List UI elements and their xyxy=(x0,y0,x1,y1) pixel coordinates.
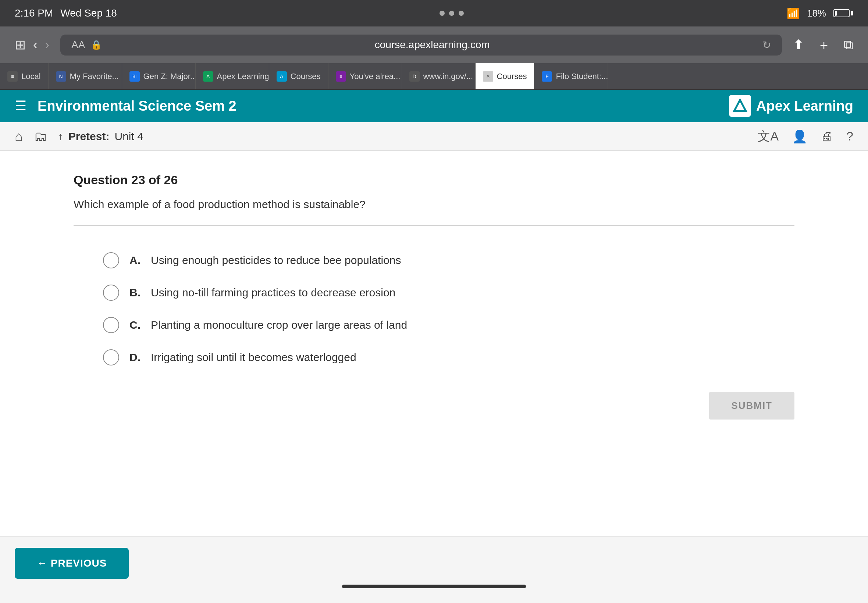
tab-apex-favicon: A xyxy=(203,71,214,82)
tab-genz[interactable]: BI Gen Z: Major... xyxy=(122,63,196,89)
new-tab-icon[interactable]: ＋ xyxy=(817,36,831,54)
option-d-text: Irrigating soil until it becomes waterlo… xyxy=(151,351,356,363)
browser-chrome: ⊞ ‹ › AA 🔒 course.apexlearning.com ↻ ⬆ ＋… xyxy=(0,26,868,63)
share-icon[interactable]: ⬆ xyxy=(793,37,804,53)
pretest-label: Pretest: xyxy=(68,130,110,143)
briefcase-icon[interactable]: 🗂 xyxy=(34,129,47,144)
forward-button[interactable]: › xyxy=(45,37,49,53)
battery-icon xyxy=(834,9,853,17)
options-container: A. Using enough pesticides to reduce bee… xyxy=(74,244,794,374)
tab-filo-favicon: F xyxy=(542,71,552,82)
back-button[interactable]: ‹ xyxy=(33,37,37,53)
home-icon[interactable]: ⌂ xyxy=(15,129,23,144)
tab-local-favicon: ≡ xyxy=(7,71,18,82)
option-a-letter: A. xyxy=(130,254,141,267)
tab-filo-label: Filo Student:... xyxy=(556,72,608,81)
apex-logo: Apex Learning xyxy=(729,95,853,117)
status-bar: 2:16 PM Wed Sep 18 📶 18% xyxy=(0,0,868,26)
tab-genz-favicon: BI xyxy=(130,71,140,82)
radio-a[interactable] xyxy=(103,252,119,268)
submit-area: SUBMIT xyxy=(74,392,794,419)
tab-courses2[interactable]: ✕ Courses xyxy=(475,63,535,89)
option-d[interactable]: D. Irrigating soil until it becomes wate… xyxy=(103,341,765,374)
tab-youve-favicon: ≡ xyxy=(336,71,346,82)
tab-youve-label: You've alrea... xyxy=(350,72,401,81)
tab-courses-label: Courses xyxy=(291,72,321,81)
option-b-letter: B. xyxy=(130,286,141,299)
tab-apex-label: Apex Learning xyxy=(217,72,269,81)
option-c-letter: C. xyxy=(130,319,141,331)
tab-local-label: Local xyxy=(21,72,41,81)
toolbar-right: 文A 👤 🖨 ? xyxy=(758,128,853,145)
app-header-left: ☰ Environmental Science Sem 2 xyxy=(15,98,237,114)
help-icon[interactable]: ? xyxy=(846,129,853,144)
toolbar: ⌂ 🗂 ↑ Pretest: Unit 4 文A 👤 🖨 ? xyxy=(0,122,868,151)
radio-c[interactable] xyxy=(103,317,119,333)
option-c-text: Planting a monoculture crop over large a… xyxy=(151,319,407,331)
tab-genz-label: Gen Z: Major... xyxy=(144,72,196,81)
tab-favorites[interactable]: N My Favorite... xyxy=(48,63,122,89)
browser-actions[interactable]: ⬆ ＋ ⧉ xyxy=(793,36,853,54)
tab-courses-favicon: A xyxy=(277,71,287,82)
status-dots xyxy=(439,11,464,16)
footer: ← PREVIOUS xyxy=(0,537,868,603)
tabs-icon[interactable]: ⧉ xyxy=(844,37,853,53)
lock-icon: 🔒 xyxy=(91,40,102,50)
status-time: 2:16 PM xyxy=(15,7,53,19)
tab-favorites-favicon: N xyxy=(56,71,66,82)
tab-ingov-favicon: D xyxy=(409,71,420,82)
tab-favorites-label: My Favorite... xyxy=(70,72,119,81)
question-text: Which example of a food production metho… xyxy=(74,198,794,211)
radio-d[interactable] xyxy=(103,349,119,365)
wifi-icon: 📶 xyxy=(787,7,800,20)
toolbar-left: ⌂ 🗂 ↑ Pretest: Unit 4 xyxy=(15,129,144,144)
tab-courses2-label: Courses xyxy=(497,72,527,81)
accessibility-icon[interactable]: 👤 xyxy=(792,129,807,144)
breadcrumb-arrow: ↑ xyxy=(58,130,63,142)
option-a-text: Using enough pesticides to reduce bee po… xyxy=(151,254,401,267)
address-bar[interactable]: AA 🔒 course.apexlearning.com ↻ xyxy=(60,34,782,56)
pretest-breadcrumb: ↑ Pretest: Unit 4 xyxy=(58,130,144,143)
tab-ingov[interactable]: D www.in.gov/... xyxy=(402,63,475,89)
browser-nav[interactable]: ⊞ ‹ › xyxy=(15,37,49,53)
battery-pct: 18% xyxy=(807,8,826,19)
submit-button[interactable]: SUBMIT xyxy=(709,392,794,419)
sidebar-toggle-button[interactable]: ⊞ xyxy=(15,37,26,53)
main-content: Question 23 of 26 Which example of a foo… xyxy=(0,151,868,544)
tab-apex[interactable]: A Apex Learning xyxy=(196,63,269,89)
apex-logo-text: Apex Learning xyxy=(756,98,853,114)
tab-courses2-favicon: ✕ xyxy=(483,71,493,82)
pretest-value: Unit 4 xyxy=(114,130,143,143)
tab-bar: ≡ Local N My Favorite... BI Gen Z: Major… xyxy=(0,63,868,90)
option-d-letter: D. xyxy=(130,351,141,363)
hamburger-menu-icon[interactable]: ☰ xyxy=(15,98,26,114)
home-indicator xyxy=(342,584,526,588)
divider xyxy=(74,226,794,226)
app-title: Environmental Science Sem 2 xyxy=(37,98,237,114)
tab-youve[interactable]: ≡ You've alrea... xyxy=(328,63,402,89)
status-date: Wed Sep 18 xyxy=(60,7,117,19)
svg-marker-0 xyxy=(734,100,746,111)
radio-b[interactable] xyxy=(103,284,119,301)
app-header: ☰ Environmental Science Sem 2 Apex Learn… xyxy=(0,90,868,122)
option-b-text: Using no-till farming practices to decre… xyxy=(151,286,395,299)
print-icon[interactable]: 🖨 xyxy=(820,129,833,144)
status-time-date: 2:16 PM Wed Sep 18 xyxy=(15,7,117,19)
previous-button[interactable]: ← PREVIOUS xyxy=(15,548,129,579)
option-c[interactable]: C. Planting a monoculture crop over larg… xyxy=(103,309,765,341)
option-b[interactable]: B. Using no-till farming practices to de… xyxy=(103,277,765,309)
tab-courses[interactable]: A Courses xyxy=(269,63,328,89)
tab-local[interactable]: ≡ Local xyxy=(0,63,48,89)
reload-icon[interactable]: ↻ xyxy=(763,39,771,51)
status-indicators: 📶 18% xyxy=(787,7,853,20)
url-text: course.apexlearning.com xyxy=(108,39,757,51)
apex-logo-icon xyxy=(729,95,751,117)
option-a[interactable]: A. Using enough pesticides to reduce bee… xyxy=(103,244,765,277)
font-size-label: AA xyxy=(71,39,85,51)
question-header: Question 23 of 26 xyxy=(74,173,794,187)
tab-ingov-label: www.in.gov/... xyxy=(423,72,473,81)
tab-filo[interactable]: F Filo Student:... xyxy=(534,63,608,89)
translate-icon[interactable]: 文A xyxy=(758,128,778,145)
